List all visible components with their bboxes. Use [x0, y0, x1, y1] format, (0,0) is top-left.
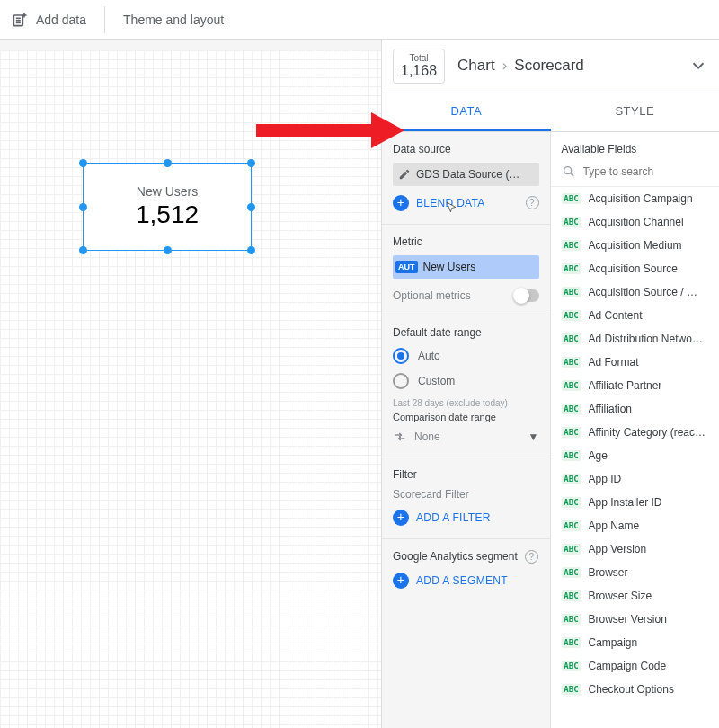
dimension-badge-icon: ABC [562, 614, 581, 625]
chevron-down-icon[interactable] [688, 56, 708, 75]
field-item[interactable]: ABCAffiliation [551, 397, 720, 421]
resize-handle[interactable] [247, 159, 255, 167]
radio-icon [393, 373, 409, 389]
field-item[interactable]: ABCAffinity Category (reac… [551, 421, 720, 444]
chart-type-chip[interactable]: Total 1,168 [393, 49, 445, 84]
data-config-column: Data source GDS Data Source (… + BLEND D… [382, 132, 551, 728]
dimension-badge-icon: ABC [562, 427, 581, 438]
field-item[interactable]: ABCAge [551, 444, 720, 467]
comparison-range-select[interactable]: None ▼ [393, 430, 539, 444]
help-icon[interactable]: ? [526, 196, 539, 209]
field-item[interactable]: ABCAd Content [551, 304, 720, 327]
resize-handle[interactable] [79, 203, 87, 211]
properties-panel: Total 1,168 Chart › Scorecard DATA STYLE… [382, 40, 719, 728]
metric-chip[interactable]: AUT New Users [393, 255, 539, 279]
field-name: Acquisition Source [589, 262, 709, 275]
dimension-badge-icon: ABC [562, 590, 581, 601]
field-item[interactable]: ABCApp Installer ID [551, 491, 720, 514]
date-range-auto[interactable]: Auto [393, 348, 539, 364]
field-item[interactable]: ABCCampaign [551, 631, 720, 654]
scorecard-widget[interactable]: New Users 1,512 [83, 163, 252, 251]
chevron-right-icon: › [502, 57, 508, 75]
help-icon[interactable]: ? [525, 550, 538, 564]
svg-point-6 [564, 166, 571, 173]
dimension-badge-icon: ABC [562, 380, 581, 391]
dimension-badge-icon: ABC [562, 193, 581, 204]
field-item[interactable]: ABCAcquisition Source [551, 257, 720, 280]
dimension-badge-icon: ABC [562, 684, 581, 695]
field-item[interactable]: ABCBrowser Size [551, 584, 720, 608]
segment-title: Google Analytics segment ? [393, 550, 539, 564]
date-range-custom[interactable]: Custom [393, 373, 539, 389]
resize-handle[interactable] [79, 159, 87, 167]
field-search[interactable] [551, 161, 720, 187]
field-item[interactable]: ABCAd Distribution Netwo… [551, 327, 720, 351]
plus-circle-icon: + [393, 195, 409, 211]
field-name: App Name [589, 519, 709, 532]
add-data-label: Add data [36, 13, 86, 27]
field-item[interactable]: ABCApp Name [551, 514, 720, 537]
tab-style[interactable]: STYLE [551, 93, 720, 131]
compare-icon [393, 430, 407, 444]
dimension-badge-icon: ABC [562, 240, 581, 251]
data-source-title: Data source [393, 143, 539, 155]
field-name: Ad Format [589, 356, 709, 368]
add-data-icon [11, 11, 29, 29]
field-item[interactable]: ABCAcquisition Source / … [551, 280, 720, 304]
resize-handle[interactable] [79, 246, 87, 254]
theme-layout-button[interactable]: Theme and layout [123, 13, 224, 27]
dimension-badge-icon: ABC [562, 450, 581, 461]
breadcrumb[interactable]: Chart › Scorecard [457, 57, 676, 75]
dimension-badge-icon: ABC [562, 217, 581, 227]
dimension-badge-icon: ABC [562, 544, 581, 555]
field-item[interactable]: ABCAcquisition Channel [551, 210, 720, 234]
breadcrumb-current: Scorecard [514, 57, 583, 75]
blend-data-button[interactable]: + BLEND DATA ? [393, 195, 539, 211]
dimension-badge-icon: ABC [562, 567, 581, 578]
resize-handle[interactable] [247, 246, 255, 254]
tab-data[interactable]: DATA [382, 93, 551, 131]
add-filter-button[interactable]: + ADD A FILTER [393, 510, 539, 526]
toolbar: Add data Theme and layout [0, 0, 719, 40]
dimension-badge-icon: ABC [562, 404, 581, 414]
panel-tabs: DATA STYLE [382, 93, 719, 132]
dimension-badge-icon: ABC [562, 474, 581, 484]
field-item[interactable]: ABCApp Version [551, 537, 720, 561]
dimension-badge-icon: ABC [562, 520, 581, 531]
report-canvas[interactable]: New Users 1,512 [0, 50, 381, 728]
field-name: Ad Distribution Netwo… [589, 333, 709, 345]
dimension-badge-icon: ABC [562, 661, 581, 671]
metric-title: Metric [393, 235, 539, 248]
field-name: Checkout Options [589, 683, 709, 696]
field-item[interactable]: ABCBrowser Version [551, 608, 720, 631]
field-name: App Version [589, 543, 709, 555]
field-name: Affiliation [589, 403, 709, 415]
panel-header: Total 1,168 Chart › Scorecard [382, 40, 719, 93]
field-search-input[interactable] [583, 165, 718, 178]
field-item[interactable]: ABCBrowser [551, 561, 720, 584]
dimension-badge-icon: ABC [562, 310, 581, 321]
field-item[interactable]: ABCAcquisition Medium [551, 234, 720, 257]
add-segment-button[interactable]: + ADD A SEGMENT [393, 573, 539, 589]
plus-circle-icon: + [393, 510, 409, 526]
resize-handle[interactable] [164, 246, 172, 254]
add-segment-label: ADD A SEGMENT [416, 574, 508, 587]
resize-handle[interactable] [164, 159, 172, 167]
data-source-name: GDS Data Source (… [416, 168, 519, 181]
field-item[interactable]: ABCCampaign Code [551, 654, 720, 678]
radio-label: Auto [418, 350, 440, 362]
field-name: Acquisition Source / … [589, 286, 709, 298]
field-name: Browser Version [589, 613, 709, 626]
add-data-button[interactable]: Add data [11, 11, 86, 29]
theme-layout-label: Theme and layout [123, 13, 224, 27]
optional-metrics-toggle[interactable] [514, 289, 539, 302]
field-item[interactable]: ABCAffiliate Partner [551, 374, 720, 397]
comparison-range-title: Comparison date range [393, 412, 539, 422]
field-name: Affiliate Partner [589, 379, 709, 392]
data-source-chip[interactable]: GDS Data Source (… [393, 163, 539, 186]
field-item[interactable]: ABCCheckout Options [551, 678, 720, 701]
field-item[interactable]: ABCApp ID [551, 467, 720, 491]
field-item[interactable]: ABCAcquisition Campaign [551, 187, 720, 210]
resize-handle[interactable] [247, 203, 255, 211]
field-item[interactable]: ABCAd Format [551, 351, 720, 374]
